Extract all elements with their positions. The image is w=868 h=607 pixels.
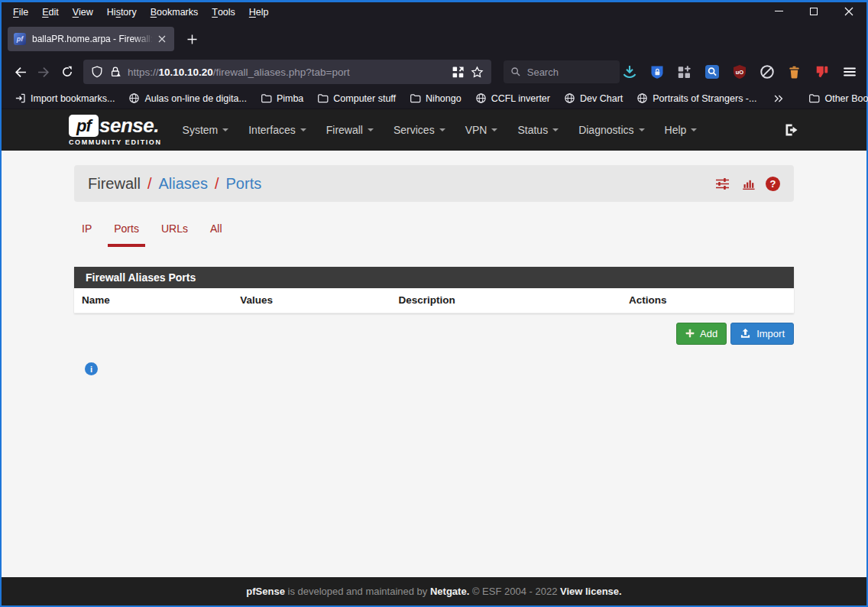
close-button[interactable] xyxy=(831,0,866,22)
menu-bookmarks[interactable]: Bookmarks xyxy=(144,2,206,22)
help-icon[interactable]: ? xyxy=(766,177,780,191)
close-icon xyxy=(844,7,853,16)
add-button-label: Add xyxy=(700,328,717,339)
new-tab-button[interactable] xyxy=(180,28,203,50)
url-host: 10.10.10.20 xyxy=(158,67,212,78)
bookmark-import-bookmarks[interactable]: Import bookmarks... xyxy=(9,91,120,105)
menu-help[interactable]: Help xyxy=(242,2,276,22)
search-input[interactable] xyxy=(527,67,604,78)
other-bookmarks-button[interactable]: Other Bookmarks xyxy=(803,91,868,105)
ublock-icon[interactable]: uO xyxy=(731,64,747,80)
sliders-icon[interactable] xyxy=(714,177,731,190)
menu-tools[interactable]: Tools xyxy=(205,2,242,22)
browser-window: File Edit View History Bookmarks Tools H… xyxy=(0,0,868,607)
menu-history[interactable]: History xyxy=(100,2,144,22)
browser-tab[interactable]: pf ballaPR.home.arpa - Firewall: Al xyxy=(8,27,174,51)
tab-all[interactable]: All xyxy=(204,222,228,247)
nav-diagnostics[interactable]: Diagnostics xyxy=(568,109,654,151)
minimize-button[interactable] xyxy=(761,0,796,22)
bookmark-label: CCFL inverter xyxy=(491,93,550,104)
globe-icon xyxy=(128,93,140,104)
search-icon xyxy=(510,67,521,77)
window-controls xyxy=(761,0,866,22)
menu-view[interactable]: View xyxy=(66,2,100,22)
caret-down-icon xyxy=(368,128,374,131)
globe-icon xyxy=(564,93,575,104)
bookmark-folder-pimba[interactable]: Pimba xyxy=(255,91,309,105)
bookmark-aulas[interactable]: Aulas on-line de digita... xyxy=(123,91,251,105)
bookmark-folder-nihongo[interactable]: Nihongo xyxy=(404,91,467,105)
nav-interfaces[interactable]: Interfaces xyxy=(238,109,316,151)
download-icon[interactable] xyxy=(621,64,637,80)
chart-bar-icon[interactable] xyxy=(740,177,756,190)
tab-ip[interactable]: IP xyxy=(76,222,98,247)
bookmarks-overflow-button[interactable] xyxy=(768,92,789,105)
image-search-extension-icon[interactable] xyxy=(704,64,720,80)
bookmark-star-icon[interactable] xyxy=(471,66,484,79)
menu-icon[interactable] xyxy=(841,64,857,80)
caret-down-icon xyxy=(639,128,645,131)
info-icon[interactable]: i xyxy=(85,362,98,375)
shield-lock-extension-icon[interactable] xyxy=(649,64,665,80)
url-path: /firewall_aliases.php?tab=port xyxy=(213,67,350,78)
reload-button[interactable] xyxy=(57,60,79,83)
nav-services[interactable]: Services xyxy=(384,109,455,151)
menu-edit[interactable]: Edit xyxy=(35,2,66,22)
back-button[interactable] xyxy=(9,60,31,83)
bookmark-label: Nihongo xyxy=(426,93,462,104)
nav-firewall[interactable]: Firewall xyxy=(316,109,384,151)
tab-title: ballaPR.home.arpa - Firewall: Al xyxy=(32,34,156,44)
tab-strip: pf ballaPR.home.arpa - Firewall: Al xyxy=(2,22,866,56)
column-header-description: Description xyxy=(390,288,620,313)
bookmark-portraits[interactable]: Portraits of Strangers -... xyxy=(631,91,762,105)
bookmark-label: Computer stuff xyxy=(333,93,396,104)
nav-vpn[interactable]: VPN xyxy=(455,109,508,151)
nav-system[interactable]: System xyxy=(173,109,239,151)
upload-icon xyxy=(740,328,751,339)
nav-status[interactable]: Status xyxy=(507,109,568,151)
dislike-extension-icon[interactable] xyxy=(814,64,830,80)
tab-close-button[interactable] xyxy=(156,35,168,43)
caret-down-icon xyxy=(691,128,697,131)
block-circle-icon[interactable] xyxy=(759,64,775,80)
tab-ports[interactable]: Ports xyxy=(108,222,145,247)
pfsense-favicon: pf xyxy=(14,33,26,45)
navigation-toolbar: https://10.10.10.20/firewall_aliases.php… xyxy=(2,56,866,88)
extensions-icon[interactable] xyxy=(676,64,692,80)
trash-icon[interactable] xyxy=(786,64,802,80)
breadcrumb-link-aliases[interactable]: Aliases xyxy=(158,175,207,193)
tab-urls[interactable]: URLs xyxy=(155,222,194,247)
folder-icon xyxy=(317,93,329,104)
footer-view-license-link[interactable]: View license. xyxy=(560,586,622,597)
pfsense-logo-text: sense. xyxy=(99,114,159,138)
aliases-table: Name Values Description Actions xyxy=(74,288,794,313)
bookmark-folder-computer-stuff[interactable]: Computer stuff xyxy=(312,91,401,105)
forward-button[interactable] xyxy=(33,60,55,83)
globe-icon xyxy=(636,93,648,104)
lock-warning-icon xyxy=(109,66,121,78)
pfsense-logo[interactable]: pf sense. COMMUNITY EDITION xyxy=(69,114,162,146)
sign-out-icon xyxy=(784,122,799,138)
bookmark-ccfl-inverter[interactable]: CCFL inverter xyxy=(470,91,555,105)
forward-icon xyxy=(37,66,50,79)
maximize-button[interactable] xyxy=(796,0,831,22)
titlebar: File Edit View History Bookmarks Tools H… xyxy=(2,2,866,22)
bookmark-dev-chart[interactable]: Dev Chart xyxy=(559,91,628,105)
import-button[interactable]: Import xyxy=(730,323,794,345)
url-bar[interactable]: https://10.10.10.20/firewall_aliases.php… xyxy=(83,60,491,84)
breadcrumb-link-ports[interactable]: Ports xyxy=(226,175,262,193)
globe-icon xyxy=(475,93,487,104)
nav-help[interactable]: Help xyxy=(655,109,708,151)
add-button[interactable]: Add xyxy=(676,323,727,345)
page-content: pf sense. COMMUNITY EDITION System Inter… xyxy=(2,109,866,577)
shield-icon xyxy=(91,66,103,78)
caret-down-icon xyxy=(300,128,306,131)
bookmarks-toolbar: Import bookmarks... Aulas on-line de dig… xyxy=(2,88,866,109)
grid-arrow-icon[interactable] xyxy=(452,66,465,79)
logout-button[interactable] xyxy=(784,122,799,138)
menu-file[interactable]: File xyxy=(6,2,35,22)
column-header-actions: Actions xyxy=(621,288,794,313)
search-box[interactable] xyxy=(504,60,620,83)
chevron-double-icon xyxy=(773,93,784,104)
caret-down-icon xyxy=(439,128,445,131)
